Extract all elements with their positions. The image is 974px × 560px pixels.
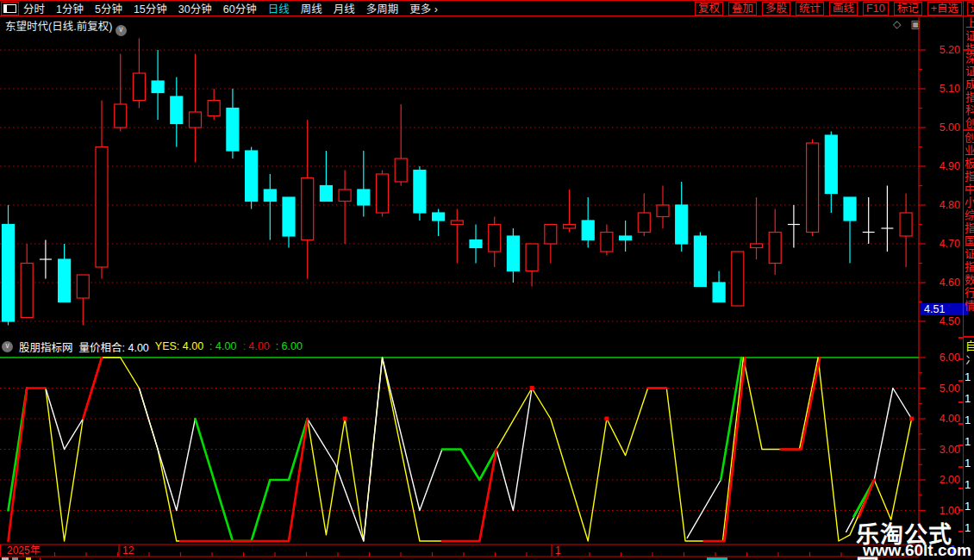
price-tick-label: 4.70 — [922, 239, 960, 250]
strip-digit: 1 — [965, 435, 971, 448]
price-tick-label: 5.20 — [922, 45, 960, 56]
indicator-header: ∨ 股朋指标网量价相合: 4.00YES: 4.00: 4.00: 4.00: … — [2, 339, 303, 353]
trading-app-window: 分时1分钟5分钟15分钟30分钟60分钟日线周线月线多周期更多 › 复权叠加多股… — [0, 0, 974, 560]
strip-clipped-text: 冫 — [964, 354, 974, 367]
timeline-label: 2025年 — [7, 545, 41, 557]
price-tick-label: 4.80 — [922, 200, 960, 211]
indicator-header-item: : 4.00 — [209, 340, 236, 352]
indicator-tick-label: 5.00 — [922, 383, 960, 395]
chart-canvas — [0, 0, 974, 560]
right-sidebar-clipped[interactable]: 上证指深证成指科创创业板指中小综指国证指数行情自冫11111111 — [964, 0, 974, 544]
strip-digit: 1 — [965, 370, 971, 383]
indicator-tick-label: 3.00 — [922, 445, 960, 456]
price-tick-label: 5.10 — [922, 84, 960, 95]
indicator-header-item: 量价相合: 4.00 — [79, 339, 149, 355]
price-tick-label: 4.90 — [922, 161, 960, 172]
indicator-tick-label: 4.00 — [922, 414, 960, 425]
indicator-tick-label: 6.00 — [922, 352, 960, 364]
price-tick-label: 5.00 — [922, 122, 960, 134]
strip-digit: 1 — [965, 414, 971, 426]
strip-digit: 1 — [965, 500, 971, 513]
timeline-label: 1 — [555, 545, 561, 557]
indicator-header-item: YES: 4.00 — [155, 340, 203, 352]
indicator-header-item: : 4.00 — [242, 340, 269, 352]
strip-digit: 1 — [965, 392, 971, 405]
strip-clipped-text: 创业板指中小综指国证指数行情 — [964, 132, 974, 313]
strip-digit: 1 — [965, 478, 971, 491]
indicator-header-item: 股朋指标网 — [19, 339, 73, 355]
indicator-chevron-icon[interactable]: ∨ — [2, 341, 13, 352]
indicator-tick-label: 2.00 — [922, 475, 960, 486]
price-tick-label: 4.50 — [922, 316, 960, 327]
strip-clipped-text: 深证成指科创 — [964, 53, 974, 130]
strip-digit: 1 — [965, 457, 971, 470]
indicator-tick-label: 1.00 — [922, 506, 960, 517]
last-price-marker: 4.51 — [921, 303, 968, 315]
timeline-label: 12 — [122, 545, 134, 557]
watermark-site-url: www.60lt.com — [863, 541, 971, 560]
strip-border — [963, 0, 964, 544]
price-tick-label: 4.60 — [922, 277, 960, 289]
indicator-header-item: : 6.00 — [276, 340, 303, 352]
strip-clipped-text: 自 — [964, 340, 974, 353]
